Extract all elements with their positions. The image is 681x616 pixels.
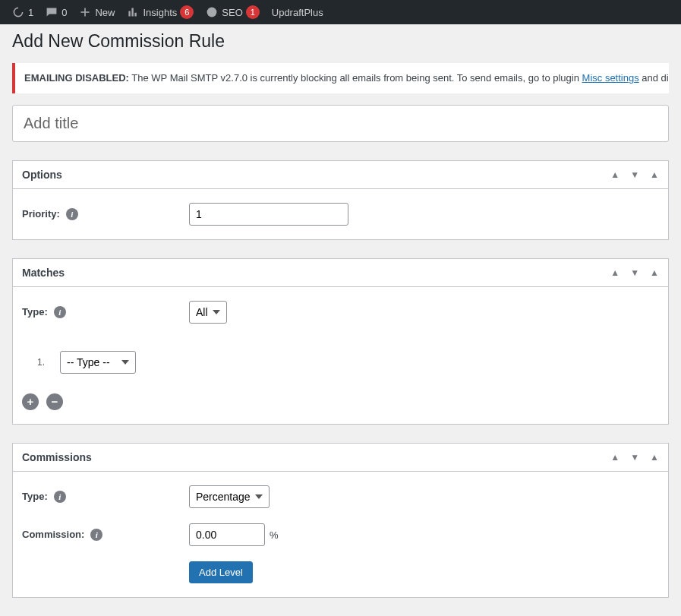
notice-strong: EMAILING DISABLED: — [24, 72, 129, 84]
chevron-down-icon[interactable]: ▼ — [630, 169, 639, 180]
info-icon[interactable]: i — [66, 208, 78, 220]
options-box: Options ▲ ▼ ▲ Priority: i — [12, 160, 669, 240]
matches-type-label: Type: — [22, 306, 48, 317]
admin-bar: 1 0 New Insights 6 SEO 1 UpdraftPlus — [0, 0, 681, 24]
collapse-icon[interactable]: ▲ — [650, 267, 659, 278]
matches-type-select[interactable]: All — [189, 301, 227, 324]
commissions-box: Commissions ▲ ▼ ▲ Type: i Percentage Com… — [12, 443, 669, 598]
seo-icon — [206, 6, 218, 18]
info-icon[interactable]: i — [54, 491, 66, 503]
add-level-button[interactable]: Add Level — [189, 561, 253, 583]
updates-item[interactable]: 1 — [6, 0, 39, 24]
info-icon[interactable]: i — [90, 529, 102, 541]
chevron-up-icon[interactable]: ▲ — [610, 267, 620, 278]
chevron-up-icon[interactable]: ▲ — [610, 169, 620, 180]
commission-input[interactable] — [189, 523, 265, 546]
seo-badge: 1 — [246, 5, 260, 19]
options-title: Options — [22, 169, 62, 181]
matches-box: Matches ▲ ▼ ▲ Type: i All 1. -- Type - — [12, 258, 669, 425]
notice-text1: The WP Mail SMTP v2.7.0 is currently blo… — [129, 72, 582, 84]
commission-suffix: % — [270, 529, 279, 541]
collapse-icon[interactable]: ▲ — [650, 452, 659, 463]
updraft-label: UpdraftPlus — [272, 7, 323, 18]
chevron-up-icon[interactable]: ▲ — [610, 452, 620, 463]
updates-count: 1 — [28, 7, 33, 18]
priority-label: Priority: — [22, 208, 60, 220]
insights-badge: 6 — [180, 5, 194, 19]
commission-label: Commission: — [22, 529, 84, 540]
remove-match-button[interactable]: − — [46, 393, 63, 410]
email-disabled-notice: EMAILING DISABLED: The WP Mail SMTP v2.7… — [12, 63, 669, 93]
chevron-down-icon[interactable]: ▼ — [630, 452, 639, 463]
chevron-down-icon[interactable]: ▼ — [630, 267, 639, 278]
seo-label: SEO — [222, 7, 242, 18]
comments-item[interactable]: 0 — [39, 0, 73, 24]
priority-input[interactable] — [189, 203, 348, 226]
info-icon[interactable]: i — [54, 306, 66, 318]
matches-title: Matches — [22, 267, 65, 279]
insights-icon — [127, 6, 139, 18]
commissions-header: Commissions ▲ ▼ ▲ — [13, 444, 668, 472]
new-item[interactable]: New — [73, 0, 121, 24]
title-input[interactable] — [12, 105, 669, 142]
new-label: New — [95, 7, 115, 18]
commissions-type-label: Type: — [22, 491, 48, 502]
comment-icon — [46, 6, 58, 18]
insights-label: Insights — [143, 7, 177, 18]
updates-icon — [12, 6, 24, 18]
commissions-title: Commissions — [22, 451, 92, 463]
match-row-type-select[interactable]: -- Type -- — [60, 351, 136, 374]
seo-item[interactable]: SEO 1 — [200, 0, 265, 24]
add-match-button[interactable]: + — [22, 393, 39, 410]
matches-header: Matches ▲ ▼ ▲ — [13, 259, 668, 287]
commissions-type-select[interactable]: Percentage — [189, 485, 270, 508]
svg-point-0 — [207, 8, 217, 17]
misc-settings-link[interactable]: Misc settings — [582, 72, 639, 84]
comments-count: 0 — [61, 7, 67, 18]
match-row-number: 1. — [37, 357, 45, 368]
insights-item[interactable]: Insights 6 — [121, 0, 200, 24]
options-header: Options ▲ ▼ ▲ — [13, 161, 668, 189]
plus-icon — [79, 6, 91, 18]
collapse-icon[interactable]: ▲ — [650, 169, 659, 180]
notice-text2: and disable th — [639, 72, 669, 84]
page-title: Add New Commission Rule — [12, 24, 669, 59]
updraft-item[interactable]: UpdraftPlus — [266, 0, 329, 24]
